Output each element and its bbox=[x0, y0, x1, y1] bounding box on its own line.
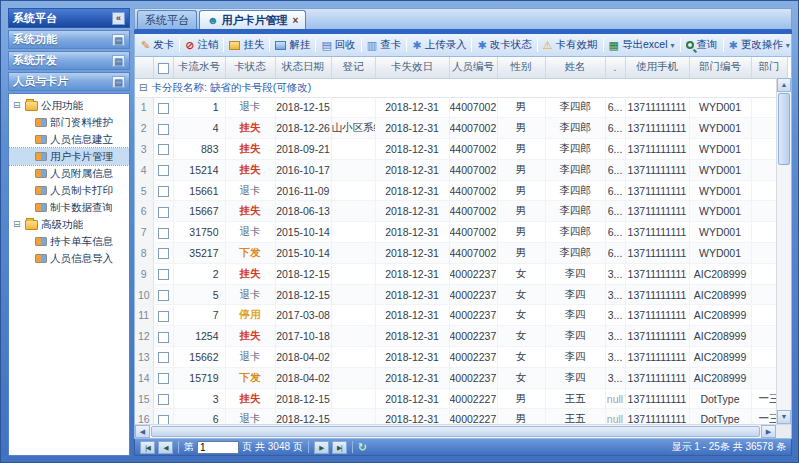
column-header[interactable]: 卡状态 bbox=[225, 57, 275, 78]
horizontal-scrollbar[interactable]: ◀ ▶ bbox=[135, 424, 791, 438]
select-all-header[interactable] bbox=[153, 57, 173, 78]
accordion-header[interactable]: 人员与卡片▤ bbox=[8, 72, 130, 91]
row-checkbox-box[interactable] bbox=[158, 352, 169, 363]
scroll-down-icon[interactable]: ▼ bbox=[777, 410, 791, 424]
column-header[interactable]: 部门 bbox=[751, 57, 787, 78]
panel-expand-icon[interactable]: ▤ bbox=[112, 55, 125, 67]
row-checkbox[interactable] bbox=[153, 97, 173, 118]
table-row[interactable]: 731750退卡2015-10-142018-12-3144007002男李四郎… bbox=[135, 222, 787, 243]
toolbar-button[interactable]: ✱上传录入 bbox=[410, 37, 468, 53]
vertical-scrollbar[interactable]: ▲ ▼ bbox=[776, 78, 791, 424]
collapse-icon[interactable]: ⊟ bbox=[13, 220, 23, 230]
table-row[interactable]: 121254挂失2017-10-182018-12-3140002237女李四3… bbox=[135, 326, 787, 347]
table-row[interactable]: 835217下发2015-10-142018-12-3144007002男李四郎… bbox=[135, 243, 787, 264]
table-row[interactable]: 415214挂失2016-10-172018-12-3144007002男李四郎… bbox=[135, 159, 787, 180]
toolbar-button[interactable]: ✱改卡状态 bbox=[475, 37, 533, 53]
scroll-up-icon[interactable]: ▲ bbox=[777, 78, 791, 92]
table-row[interactable]: 153挂失2018-12-152018-12-3140002227男王五null… bbox=[135, 388, 787, 409]
first-page-button[interactable]: |◀ bbox=[140, 441, 155, 454]
column-header[interactable]: 卡失效日 bbox=[375, 57, 449, 78]
sidebar-collapse-icon[interactable]: « bbox=[112, 12, 125, 25]
last-page-button[interactable]: ▶| bbox=[332, 441, 347, 454]
row-checkbox-box[interactable] bbox=[158, 415, 169, 424]
row-checkbox-box[interactable] bbox=[158, 103, 169, 114]
table-row[interactable]: 1315662退卡2018-04-022018-12-3140002237女李四… bbox=[135, 347, 787, 368]
column-header[interactable]: 部门编号 bbox=[689, 57, 751, 78]
vertical-scroll-thumb[interactable] bbox=[778, 93, 790, 165]
row-checkbox[interactable] bbox=[153, 388, 173, 409]
column-header[interactable]: 卡流水号 bbox=[173, 57, 225, 78]
select-all-checkbox[interactable] bbox=[158, 63, 169, 74]
row-checkbox[interactable] bbox=[153, 118, 173, 139]
tree-item[interactable]: 用户卡片管理 bbox=[9, 148, 129, 165]
toolbar-button[interactable]: 查询 bbox=[684, 37, 720, 53]
row-checkbox-box[interactable] bbox=[158, 207, 169, 218]
column-header[interactable]: 登记 bbox=[331, 57, 375, 78]
row-checkbox-box[interactable] bbox=[158, 373, 169, 384]
toolbar-button[interactable]: ✱更改操作▾ bbox=[727, 37, 792, 53]
row-checkbox-box[interactable] bbox=[158, 394, 169, 405]
horizontal-scroll-thumb[interactable] bbox=[151, 426, 760, 437]
row-checkbox[interactable] bbox=[153, 139, 173, 160]
row-checkbox-box[interactable] bbox=[158, 248, 169, 259]
tree-item[interactable]: 持卡单车信息 bbox=[9, 233, 129, 250]
column-header[interactable]: 性别 bbox=[497, 57, 545, 78]
row-checkbox[interactable] bbox=[153, 347, 173, 368]
row-checkbox-box[interactable] bbox=[158, 124, 169, 135]
group-row[interactable]: ⊟卡分段名称: 缺省的卡号段(可修改) bbox=[135, 78, 787, 97]
column-header[interactable]: 人员编号 bbox=[449, 57, 497, 78]
toolbar-button[interactable]: ▤回收 bbox=[319, 37, 357, 53]
tree-folder[interactable]: ⊟高级功能 bbox=[9, 216, 129, 233]
table-row[interactable]: 11退卡2018-12-152018-12-3144007002男李四郎6...… bbox=[135, 97, 787, 118]
row-checkbox-box[interactable] bbox=[158, 144, 169, 155]
accordion-header[interactable]: 系统功能▤ bbox=[8, 30, 130, 49]
refresh-icon[interactable]: ↻ bbox=[358, 441, 367, 454]
row-checkbox-box[interactable] bbox=[158, 332, 169, 343]
toolbar-button[interactable]: 挂失 bbox=[227, 37, 266, 53]
column-header[interactable]: 状态日期 bbox=[275, 57, 331, 78]
table-row[interactable]: 3883挂失2018-09-212018-12-3144007002男李四郎6.… bbox=[135, 139, 787, 160]
panel-expand-icon[interactable]: ▤ bbox=[112, 76, 125, 88]
prev-page-button[interactable]: ◀ bbox=[158, 441, 173, 454]
row-checkbox-box[interactable] bbox=[158, 186, 169, 197]
row-checkbox[interactable] bbox=[153, 284, 173, 305]
next-page-button[interactable]: ▶ bbox=[314, 441, 329, 454]
tree-item[interactable]: 人员信息建立 bbox=[9, 131, 129, 148]
table-row[interactable]: 166退卡2018-12-152018-12-3140002227男王五null… bbox=[135, 409, 787, 424]
scroll-left-icon[interactable]: ◀ bbox=[135, 425, 150, 438]
row-checkbox-box[interactable] bbox=[158, 228, 169, 239]
close-icon[interactable]: × bbox=[293, 15, 299, 26]
tree-item[interactable]: 制卡数据查询 bbox=[9, 199, 129, 216]
row-checkbox[interactable] bbox=[153, 367, 173, 388]
column-header[interactable]: 姓名 bbox=[545, 57, 605, 78]
table-row[interactable]: 515661退卡2016-11-092018-12-3144007002男李四郎… bbox=[135, 180, 787, 201]
tree-item[interactable]: 部门资料维护 bbox=[9, 114, 129, 131]
toolbar-button[interactable]: ⚠卡有效期 bbox=[541, 37, 600, 53]
toolbar-button[interactable]: ✎发卡 bbox=[139, 37, 176, 53]
table-row[interactable]: 105退卡2018-12-152018-12-3140002237女李四3...… bbox=[135, 284, 787, 305]
accordion-header[interactable]: 系统开发▤ bbox=[8, 51, 130, 70]
row-checkbox[interactable] bbox=[153, 222, 173, 243]
row-checkbox[interactable] bbox=[153, 305, 173, 326]
row-checkbox[interactable] bbox=[153, 159, 173, 180]
panel-expand-icon[interactable]: ▤ bbox=[112, 34, 125, 46]
tree-folder[interactable]: ⊟公用功能 bbox=[9, 97, 129, 114]
table-row[interactable]: 615667挂失2018-06-132018-12-3144007002男李四郎… bbox=[135, 201, 787, 222]
toolbar-button[interactable]: 解挂 bbox=[273, 37, 312, 53]
column-header[interactable]: . bbox=[605, 57, 625, 78]
toolbar-button[interactable]: ▥查卡 bbox=[365, 37, 403, 53]
row-checkbox-box[interactable] bbox=[158, 311, 169, 322]
scroll-right-icon[interactable]: ▶ bbox=[761, 425, 776, 438]
group-collapse-icon[interactable]: ⊟ bbox=[139, 82, 147, 93]
collapse-icon[interactable]: ⊟ bbox=[13, 101, 23, 111]
row-checkbox-box[interactable] bbox=[158, 269, 169, 280]
row-checkbox-box[interactable] bbox=[158, 165, 169, 176]
tab-user-card-management[interactable]: ☻ 用户卡片管理 × bbox=[199, 10, 306, 29]
column-header[interactable] bbox=[135, 57, 153, 78]
table-row[interactable]: 92挂失2018-12-152018-12-3140002237女李四3...1… bbox=[135, 263, 787, 284]
row-checkbox[interactable] bbox=[153, 263, 173, 284]
tab-system-platform[interactable]: 系统平台 bbox=[137, 10, 197, 29]
row-checkbox-box[interactable] bbox=[158, 290, 169, 301]
page-number-input[interactable] bbox=[197, 441, 239, 454]
table-row[interactable]: 24挂失2018-12-26山小区系统测试2018-12-3144007002男… bbox=[135, 118, 787, 139]
